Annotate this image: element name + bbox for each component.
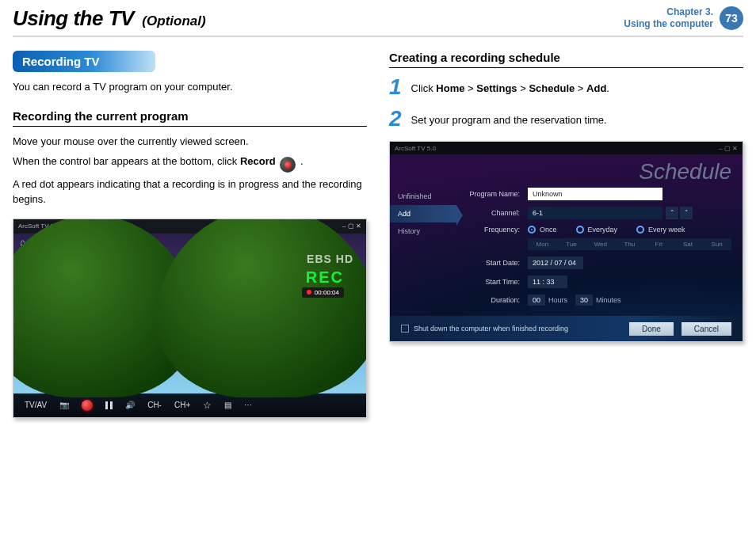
more-icon[interactable]: ⋯ <box>244 401 253 409</box>
chapter-text: Chapter 3. Using the computer <box>624 6 713 30</box>
record-icon <box>280 157 296 173</box>
record-word: Record <box>240 155 276 167</box>
source-label[interactable]: TV/AV <box>25 401 47 409</box>
rec-timer: 00:00:04 <box>302 287 344 298</box>
minutes-unit: Minutes <box>596 296 621 304</box>
p2a: When the control bar appears at the bott… <box>13 155 240 167</box>
subhead-current-program: Recording the current program <box>13 109 367 127</box>
start-date-label: Start Date: <box>456 259 528 267</box>
record-button[interactable] <box>82 400 93 411</box>
hours-unit: Hours <box>548 296 567 304</box>
sched-app-title: ArcSoft TV 5.0 <box>395 145 436 152</box>
step-2-body: Set your program and the reservation tim… <box>411 108 607 130</box>
chapter-line1: Chapter 3. <box>624 6 713 18</box>
p2c: . <box>300 155 304 167</box>
tv-recording-screenshot: ArcSoft TV 5.0 – ▢ ✕ ⌂ EBS HD REC 00:00:… <box>13 219 367 418</box>
schedule-form: Program Name: Unknown Channel: 6-1 ˄ ˅ F… <box>456 188 731 312</box>
step-1-number: 1 <box>389 76 402 98</box>
start-time-input[interactable]: 11 : 33 <box>528 276 567 288</box>
title-subtitle: (Optional) <box>142 13 205 29</box>
p3: A red dot appears indicating that a reco… <box>13 177 367 207</box>
day-wed[interactable]: Wed <box>586 238 615 250</box>
camera-icon[interactable]: 📷 <box>59 401 69 409</box>
duration-hours-input[interactable]: 00 <box>528 295 545 306</box>
title-main: Using the TV <box>13 6 134 30</box>
day-fri[interactable]: Fri <box>644 238 674 250</box>
section-pill-recording: Recording TV <box>13 51 155 72</box>
frequency-label: Frequency: <box>456 226 528 234</box>
sched-titlebar: ArcSoft TV 5.0 – ▢ ✕ <box>390 142 743 154</box>
volume-icon[interactable]: 🔊 <box>125 401 135 409</box>
step-1: 1 Click Home > Settings > Schedule > Add… <box>389 76 743 98</box>
favorite-icon[interactable]: ☆ <box>203 400 212 411</box>
channel-stepper[interactable]: ˄ ˅ <box>666 207 693 219</box>
program-name-label: Program Name: <box>456 190 528 198</box>
channel-label: Channel: <box>456 209 528 217</box>
duration-minutes-input[interactable]: 30 <box>575 295 593 306</box>
step-2: 2 Set your program and the reservation t… <box>389 108 743 130</box>
channel-input[interactable]: 6-1 <box>528 207 662 219</box>
page-header: Using the TV (Optional) Chapter 3. Using… <box>0 0 756 34</box>
day-mon[interactable]: Mon <box>528 238 557 250</box>
chapter-box: Chapter 3. Using the computer 73 <box>624 6 743 30</box>
done-button[interactable]: Done <box>629 322 674 336</box>
channel-up-button[interactable]: CH+ <box>174 401 190 409</box>
step-2-number: 2 <box>389 108 402 130</box>
days-row: Mon Tue Wed Thu Fri Sat Sun <box>528 238 731 250</box>
chapter-line2: Using the computer <box>624 18 713 30</box>
checkbox-icon <box>401 325 409 333</box>
day-thu[interactable]: Thu <box>615 238 644 250</box>
pause-button[interactable] <box>105 401 113 409</box>
sidebar-item-history[interactable]: History <box>390 222 456 240</box>
tv-scene: ⌂ EBS HD REC 00:00:04 <box>13 234 366 393</box>
right-column: Creating a recording schedule 1 Click Ho… <box>389 51 743 418</box>
shutdown-checkbox[interactable]: Shut down the computer when finished rec… <box>401 325 568 333</box>
rec-indicator: REC <box>306 268 344 287</box>
schedule-heading: Schedule <box>639 159 731 184</box>
start-date-input[interactable]: 2012 / 07 / 04 <box>528 257 583 269</box>
day-sun[interactable]: Sun <box>702 238 731 250</box>
freq-everyweek-radio[interactable]: Every week <box>636 226 685 234</box>
sidebar-item-unfinished[interactable]: Unfinished <box>390 188 456 205</box>
step-1-body: Click Home > Settings > Schedule > Add. <box>411 76 609 98</box>
freq-everyday-radio[interactable]: Everyday <box>576 226 618 234</box>
page-title: Using the TV (Optional) <box>13 6 206 31</box>
day-sat[interactable]: Sat <box>674 238 703 250</box>
scene-tree-right <box>156 219 367 397</box>
start-time-label: Start Time: <box>456 278 528 286</box>
window-controls-icon: – ▢ ✕ <box>719 145 738 152</box>
left-column: Recording TV You can record a TV program… <box>13 51 367 418</box>
shutdown-label: Shut down the computer when finished rec… <box>414 325 568 333</box>
freq-once-radio[interactable]: Once <box>528 226 557 234</box>
program-name-input[interactable]: Unknown <box>528 188 662 200</box>
p1: Move your mouse over the currently viewe… <box>13 135 367 150</box>
guide-icon[interactable]: ▤ <box>224 401 231 409</box>
schedule-sidebar: Unfinished Add History <box>390 188 456 312</box>
channel-down-button[interactable]: CH- <box>147 401 162 409</box>
schedule-screenshot: ArcSoft TV 5.0 – ▢ ✕ Schedule Unfinished… <box>389 141 743 342</box>
cancel-button[interactable]: Cancel <box>682 322 731 336</box>
chevron-down-icon[interactable]: ˅ <box>680 207 693 219</box>
intro-text: You can record a TV program on your comp… <box>13 80 367 95</box>
window-controls-icon: – ▢ ✕ <box>342 222 361 230</box>
channel-watermark: EBS HD <box>307 253 353 265</box>
day-tue[interactable]: Tue <box>557 238 586 250</box>
sidebar-item-add[interactable]: Add <box>390 205 456 222</box>
chevron-up-icon[interactable]: ˄ <box>666 207 678 219</box>
page-number-badge: 73 <box>720 6 743 30</box>
schedule-footer: Shut down the computer when finished rec… <box>390 316 743 341</box>
p2: When the control bar appears at the bott… <box>13 154 367 173</box>
subhead-schedule: Creating a recording schedule <box>389 51 743 68</box>
duration-label: Duration: <box>456 296 528 304</box>
